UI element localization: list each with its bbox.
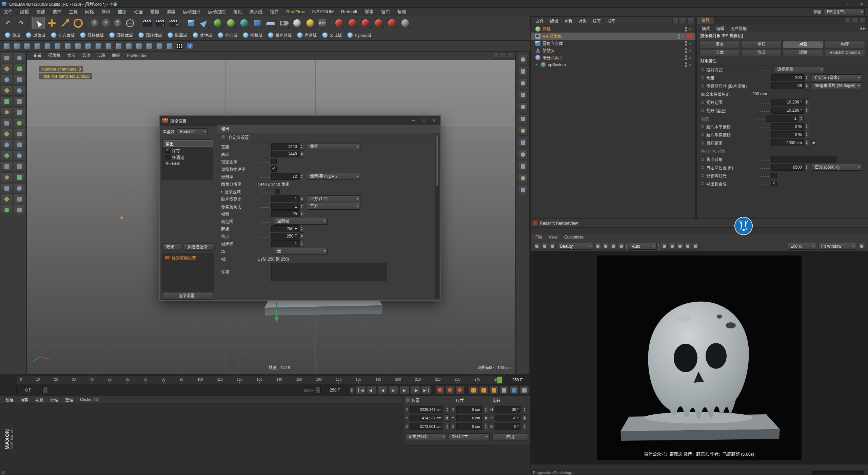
pane-single-icon[interactable] — [500, 53, 506, 59]
标签[interactable]: 标签 — [590, 18, 604, 24]
layer-dock-icon[interactable] — [518, 162, 528, 171]
keyframe-dot[interactable] — [701, 101, 704, 104]
用户数据[interactable]: 用户数据 — [727, 25, 750, 31]
rs-tree-multipass[interactable]: 多通道 — [163, 154, 213, 160]
rotate-tool[interactable] — [72, 17, 84, 29]
object-rs-camera[interactable]: RS 摄像机 ✓ — [531, 33, 695, 40]
coordinate-dock-icon[interactable] — [518, 126, 528, 136]
动画[interactable]: 动画 — [130, 8, 146, 16]
model-mode-button[interactable] — [14, 53, 25, 63]
realflow-daemon-menu[interactable] — [346, 17, 358, 29]
创建[interactable]: 创建 — [2, 397, 17, 402]
separator[interactable] — [28, 18, 32, 28]
帮助[interactable]: 帮助 — [394, 8, 410, 16]
separator[interactable] — [181, 18, 184, 28]
模拟[interactable]: 模拟 — [146, 8, 163, 16]
面板[interactable]: 面板 — [108, 52, 123, 60]
polygon-mode-button[interactable] — [1, 86, 12, 96]
random-field-button[interactable]: 随机域 — [240, 31, 265, 40]
emitter-square-icon[interactable] — [12, 41, 21, 51]
progressive-render-icon[interactable] — [602, 243, 609, 250]
om-search-icon[interactable] — [672, 18, 678, 24]
gravity-daemon-icon[interactable] — [114, 41, 123, 51]
array-generator-menu[interactable] — [224, 17, 237, 29]
om-filter-icon[interactable] — [680, 18, 686, 24]
normal-scale-button[interactable] — [14, 172, 25, 183]
camera-menu[interactable] — [277, 17, 290, 29]
keyframe-dot[interactable] — [701, 141, 704, 145]
lock-region-icon[interactable] — [661, 243, 668, 250]
realflow-mesh-menu[interactable] — [372, 17, 385, 29]
attribute-manager-dock-icon[interactable] — [518, 91, 528, 100]
structure-dock-icon[interactable] — [518, 138, 528, 148]
iron-tool-button[interactable] — [14, 183, 25, 193]
record-rotation-toggle[interactable] — [489, 386, 498, 394]
基本[interactable]: 基本 — [699, 41, 740, 48]
keyframe-dot[interactable] — [701, 76, 704, 79]
emitter-object-icon[interactable] — [33, 41, 42, 51]
rotation-b-field[interactable]: B 0 ° — [490, 423, 527, 430]
编辑[interactable]: 编辑 — [547, 18, 561, 24]
noise-daemon-icon[interactable] — [124, 41, 133, 51]
fit-select[interactable]: Fit Window — [818, 243, 856, 250]
visibility-editor-dot[interactable] — [685, 48, 687, 50]
pane-switch-icon[interactable] — [492, 53, 498, 59]
keyframe-dot[interactable] — [701, 125, 704, 128]
立体[interactable]: 立体 — [699, 49, 740, 56]
bevel-tool-button[interactable] — [14, 151, 25, 161]
enabled-check[interactable]: ✓ — [689, 48, 692, 53]
脚本[interactable]: 脚本 — [361, 8, 377, 16]
size-mode-select[interactable]: 绝对尺寸 — [449, 433, 490, 440]
创建[interactable]: 创建 — [33, 8, 49, 16]
keyframe-dot[interactable] — [701, 182, 704, 185]
对象[interactable]: 对象 — [783, 41, 823, 48]
vortex-daemon-icon[interactable] — [144, 41, 154, 51]
viscous-icon[interactable] — [73, 41, 82, 51]
workplane-lock-button[interactable] — [1, 118, 12, 128]
render-view-button[interactable] — [141, 17, 154, 29]
object-environment[interactable]: 环境 ✓ — [531, 25, 695, 33]
jb-plugin-icon[interactable]: B — [185, 41, 194, 51]
material-dock-icon[interactable] — [518, 114, 528, 124]
sound-field-button[interactable]: 声音域 — [294, 31, 319, 40]
object-fillet-cube[interactable]: 圆角立方体 ✓ — [531, 40, 695, 47]
cache-icon[interactable] — [165, 41, 174, 51]
keyframe-dot[interactable] — [701, 133, 704, 136]
target-icon[interactable] — [811, 140, 816, 146]
View[interactable]: View — [545, 235, 561, 240]
smooth-shift-button[interactable] — [1, 162, 12, 172]
drag-daemon-icon[interactable] — [134, 41, 143, 51]
solo-mode-button[interactable] — [1, 107, 12, 117]
attr-lock-icon[interactable] — [860, 17, 866, 23]
编辑[interactable]: 编辑 — [16, 8, 33, 16]
dialog-maximize-button[interactable]: □ — [419, 116, 429, 125]
visibility-render-dot[interactable] — [685, 30, 687, 32]
color-managed-icon[interactable] — [684, 243, 691, 250]
bucket-render-icon[interactable] — [594, 243, 601, 250]
uv-mode-button[interactable] — [14, 86, 25, 96]
undo-button[interactable]: ↶ — [2, 17, 14, 29]
过滤[interactable]: 过滤 — [94, 52, 108, 60]
record-position-toggle[interactable] — [469, 386, 478, 394]
x-axis-lock-button[interactable]: X — [89, 17, 100, 29]
visibility-editor-dot[interactable] — [685, 27, 687, 29]
scale-tool[interactable] — [59, 17, 71, 29]
物理[interactable]: 物理 — [825, 41, 865, 48]
keyframe-dot[interactable] — [701, 109, 704, 112]
redo-button[interactable]: ↷ — [15, 17, 27, 29]
keyframe-selection-button[interactable] — [455, 386, 464, 394]
playback-rate-menu[interactable] — [520, 386, 529, 394]
separator[interactable] — [329, 18, 332, 28]
pause-render-icon[interactable] — [610, 243, 617, 250]
light-menu[interactable] — [304, 17, 316, 29]
floor-menu[interactable] — [264, 17, 277, 29]
zoom-select[interactable]: 100 % — [788, 243, 816, 250]
emitter-circle-icon[interactable] — [2, 41, 11, 51]
捕捉[interactable]: 捕捉 — [114, 8, 130, 16]
渲染[interactable]: 渲染 — [163, 8, 179, 16]
box-field-button[interactable]: 立方体域 — [48, 31, 77, 40]
网格[interactable]: 网格 — [81, 8, 98, 16]
object-link-field[interactable] — [771, 156, 836, 163]
render-settings-menu-button[interactable]: 渲染设置... — [163, 292, 213, 300]
enabled-check[interactable]: ✓ — [689, 27, 692, 32]
